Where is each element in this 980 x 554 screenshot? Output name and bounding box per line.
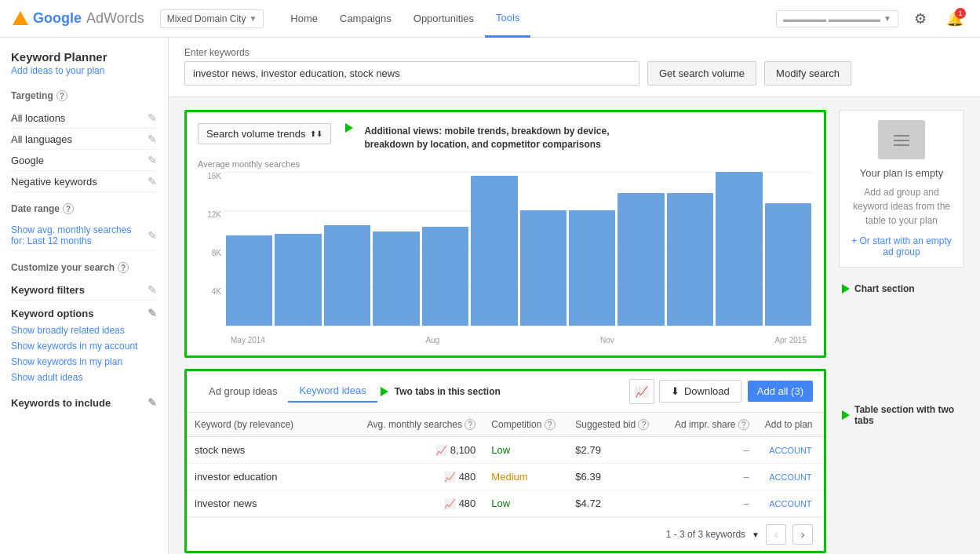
table-section: Ad group ideas Keyword ideas Two tabs in… (184, 369, 826, 554)
settings-button[interactable]: ⚙ (908, 6, 933, 31)
tab-annotation-text: Two tabs in this section (395, 386, 501, 397)
link-kw-account[interactable]: Show keywords in my account (11, 338, 157, 354)
keyword-search-input[interactable] (184, 61, 639, 86)
chart-bar-7[interactable] (569, 210, 615, 326)
kw-include-title: Keywords to include ✎ (11, 393, 157, 412)
chart-annotation-arrow-icon (345, 123, 353, 133)
chart-view-button[interactable]: 📈 (629, 379, 654, 404)
download-button[interactable]: ⬇ Download (659, 380, 741, 403)
x-label-nov: Nov (600, 336, 614, 344)
negative-kw-edit-icon[interactable]: ✎ (148, 175, 157, 188)
right-panel: Your plan is empty Add ad group and keyw… (839, 110, 964, 268)
logo-google: Google (33, 10, 82, 27)
chart-body: Average monthly searches 16K 12K 8K 4K (198, 159, 813, 344)
nav-opportunities[interactable]: Opportunities (403, 0, 485, 38)
targeting-help-icon[interactable]: ? (56, 90, 67, 101)
chart-bar-9[interactable] (667, 193, 713, 326)
grid-line-5 (224, 326, 813, 326)
monthly-value-2: 480 (459, 498, 476, 509)
chart-bar-8[interactable] (618, 193, 664, 326)
trend-icon-0[interactable]: 📈 (435, 445, 447, 456)
languages-edit-icon[interactable]: ✎ (148, 133, 157, 145)
get-search-volume-button[interactable]: Get search volume (647, 61, 756, 86)
y-tick-4k: 4K (198, 287, 224, 296)
network-edit-icon[interactable]: ✎ (148, 154, 157, 166)
customize-section: Customize your search ? Keyword filters … (0, 254, 168, 415)
trend-icon-2[interactable]: 📈 (444, 498, 456, 509)
tab-keyword-ideas[interactable]: Keyword ideas (288, 380, 377, 403)
nav-campaigns[interactable]: Campaigns (329, 0, 403, 38)
date-edit-icon[interactable]: ✎ (148, 229, 157, 242)
date-range-help-icon[interactable]: ? (63, 203, 74, 214)
link-adult-ideas[interactable]: Show adult ideas (11, 370, 157, 385)
link-kw-plan[interactable]: Show keywords in my plan (11, 354, 157, 370)
date-range-section: Date range ? Show avg. monthly searches … (0, 195, 168, 254)
chart-annotation-text: Additional views: mobile trends, breakdo… (364, 123, 609, 151)
notifications-button[interactable]: 🔔 1 (942, 6, 967, 31)
download-icon: ⬇ (671, 385, 679, 397)
account-selector[interactable]: Mixed Domain City ▼ (160, 9, 264, 28)
right-panel-link[interactable]: + Or start with an empty ad group (849, 235, 954, 257)
table-section-arrow-icon (842, 410, 850, 420)
impr-help-icon[interactable]: ? (738, 419, 749, 430)
keyword-text-0: stock news (195, 444, 245, 456)
center-column: Search volume trends ⬆⬇ Additional views… (184, 110, 826, 553)
page-prev-button[interactable]: ‹ (766, 524, 786, 545)
chart-header: Search volume trends ⬆⬇ Additional views… (198, 123, 813, 151)
add-to-plan-button-1[interactable]: ACCOUNT (769, 472, 811, 482)
chart-bar-11[interactable] (765, 203, 811, 325)
top-nav: Google AdWords Mixed Domain City ▼ Home … (0, 0, 980, 38)
kw-include-edit-icon[interactable]: ✎ (148, 396, 157, 409)
sidebar-subtitle: Add ideas to your plan (11, 65, 157, 76)
add-all-button[interactable]: Add all (3) (748, 381, 813, 402)
trend-icon-1[interactable]: 📈 (444, 472, 456, 483)
table-row: investor education 📈 480 Medium $6.39 – … (187, 464, 824, 490)
monthly-value-0: 8,100 (450, 444, 476, 456)
chart-bar-10[interactable] (716, 172, 762, 326)
add-to-plan-button-2[interactable]: ACCOUNT (769, 499, 811, 508)
chart-section-arrow-icon (842, 284, 850, 293)
chart-bar-0[interactable] (226, 235, 272, 325)
locations-edit-icon[interactable]: ✎ (148, 111, 157, 124)
monthly-help-icon[interactable]: ? (464, 419, 475, 430)
modify-search-button[interactable]: Modify search (764, 61, 851, 86)
pagination-dropdown-icon[interactable]: ▼ (752, 530, 760, 539)
account-name: Mixed Domain City (167, 13, 246, 24)
sidebar-row-network: Google ✎ (11, 150, 157, 171)
keyword-options-section: Keyword options ✎ Show broadly related i… (11, 304, 157, 412)
bid-help-icon[interactable]: ? (638, 419, 649, 430)
sidebar-title: Keyword Planner (11, 50, 157, 64)
notification-badge: 1 (955, 8, 966, 19)
nav-tools[interactable]: Tools (485, 0, 530, 38)
chart-bar-5[interactable] (471, 176, 517, 326)
chart-dropdown[interactable]: Search volume trends ⬆⬇ (198, 123, 331, 144)
add-to-plan-button-0[interactable]: ACCOUNT (769, 446, 811, 455)
search-bar-label: Enter keywords (184, 47, 964, 58)
competition-help-icon[interactable]: ? (545, 419, 556, 430)
nav-home[interactable]: Home (279, 0, 329, 38)
plan-empty-icon (878, 120, 925, 159)
x-label-apr: Apr 2015 (774, 336, 807, 344)
chart-icon: 📈 (635, 385, 648, 398)
kw-cell-2: investor news (187, 490, 352, 517)
link-broadly-related[interactable]: Show broadly related ideas (11, 323, 157, 338)
chart-y-label: Average monthly searches (198, 159, 813, 169)
chart-bar-2[interactable] (324, 225, 370, 326)
table-body: stock news 📈 8,100 Low $2.79 – ACCOUNT i… (187, 437, 824, 517)
kw-filters-edit-icon[interactable]: ✎ (148, 283, 157, 296)
chart-dropdown-label: Search volume trends (206, 128, 305, 140)
chart-bar-6[interactable] (520, 210, 567, 326)
chart-bar-1[interactable] (275, 234, 321, 326)
chart-bar-3[interactable] (373, 231, 419, 326)
y-tick-8k: 8K (198, 249, 224, 257)
right-panel-desc: Add ad group and keyword ideas from the … (849, 185, 954, 228)
sidebar: Keyword Planner Add ideas to your plan T… (0, 38, 169, 554)
nav-account-info: ▬▬▬▬▬ ▬▬▬▬▬▬ (783, 14, 880, 24)
chart-bar-4[interactable] (422, 227, 468, 325)
languages-label: All languages (11, 133, 72, 145)
tab-ad-group-ideas[interactable]: Ad group ideas (198, 381, 288, 402)
impr-cell-2: – (662, 490, 757, 517)
page-next-button[interactable]: › (792, 524, 813, 545)
kw-options-edit-icon[interactable]: ✎ (148, 307, 157, 319)
customize-help-icon[interactable]: ? (118, 262, 129, 273)
